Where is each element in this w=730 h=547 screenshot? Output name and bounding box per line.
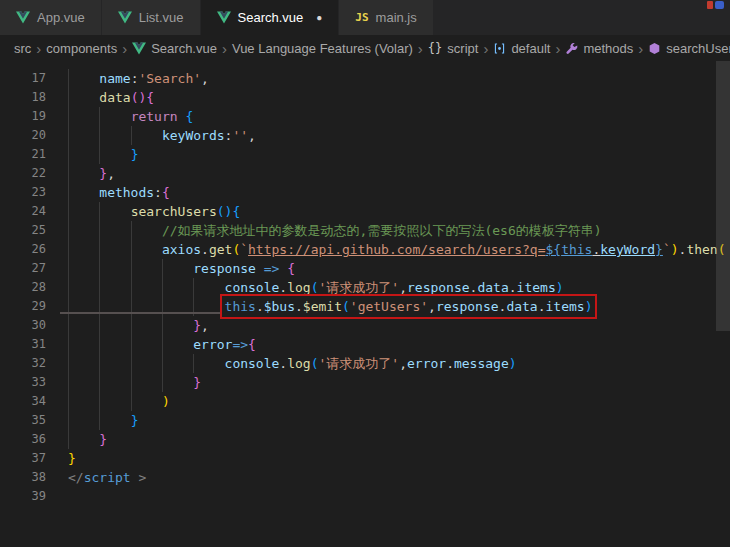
line-number[interactable]: 21 [0, 145, 46, 164]
line-number[interactable]: 17 [0, 69, 46, 88]
code-text[interactable]: console.log('请求成功了',response.data.items) [46, 278, 564, 297]
line-number[interactable]: 32 [0, 354, 46, 373]
line-number[interactable]: 28 [0, 278, 46, 297]
code-text[interactable]: } [46, 430, 107, 449]
vertical-scrollbar[interactable] [716, 61, 730, 547]
code-line-36[interactable]: 36 } [0, 430, 730, 449]
breadcrumb-item-searchusers[interactable]: searchUsers [648, 41, 730, 56]
breadcrumb-item-search-vue[interactable]: Search.vue [132, 41, 217, 56]
modified-dot[interactable]: ● [316, 12, 322, 23]
code-line-32[interactable]: 32 console.log('请求成功了',error.message) [0, 354, 730, 373]
code-line-22[interactable]: 22 }, [0, 164, 730, 183]
code-text[interactable]: ) [46, 392, 170, 411]
code-line-17[interactable]: 17 name:'Search', [0, 69, 730, 88]
code-text[interactable]: //如果请求地址中的参数是动态的,需要按照以下的写法(es6的模板字符串) [46, 221, 602, 240]
code-text[interactable]: } [46, 373, 201, 392]
chevron-right-icon: › [483, 40, 488, 57]
line-number[interactable]: 38 [0, 468, 46, 487]
braces-icon: {} [428, 41, 442, 55]
tab-search-vue[interactable]: Search.vue● [201, 0, 340, 35]
code-lines: 17 name:'Search',18 data(){19 return {20… [0, 69, 730, 506]
breadcrumb-bar: src›components›Search.vue›Vue Language F… [0, 35, 730, 61]
line-number[interactable]: 24 [0, 202, 46, 221]
line-number[interactable]: 23 [0, 183, 46, 202]
line-number[interactable]: 36 [0, 430, 46, 449]
code-text[interactable]: error=>{ [46, 335, 256, 354]
breadcrumb-item-vue-language-features-volar[interactable]: Vue Language Features (Volar) [232, 41, 413, 56]
breadcrumb-label: methods [583, 41, 633, 56]
code-line-33[interactable]: 33 } [0, 373, 730, 392]
code-line-35[interactable]: 35 } [0, 411, 730, 430]
tab-app-vue[interactable]: App.vue [0, 0, 102, 35]
chevron-right-icon: › [418, 40, 423, 57]
chevron-right-icon: › [638, 40, 643, 57]
code-text[interactable]: console.log('请求成功了',error.message) [46, 354, 517, 373]
line-number[interactable]: 39 [0, 487, 46, 506]
code-line-39[interactable]: 39 [0, 487, 730, 506]
code-text[interactable]: axios.get(`https://api.github.com/search… [46, 240, 726, 259]
breadcrumb-item-default[interactable]: default [493, 41, 550, 56]
code-text[interactable]: } [46, 411, 138, 430]
code-line-18[interactable]: 18 data(){ [0, 88, 730, 107]
vue-file-icon [217, 11, 231, 24]
line-number[interactable]: 35 [0, 411, 46, 430]
chevron-right-icon: › [36, 40, 41, 57]
code-text[interactable]: data(){ [46, 88, 154, 107]
line-number[interactable]: 25 [0, 221, 46, 240]
vue-icon [132, 42, 146, 55]
code-line-38[interactable]: 38</script > [0, 468, 730, 487]
code-line-21[interactable]: 21 } [0, 145, 730, 164]
code-line-34[interactable]: 34 ) [0, 392, 730, 411]
code-text[interactable]: </script > [46, 468, 146, 487]
breadcrumb-item-components[interactable]: components [46, 41, 117, 56]
code-editor[interactable]: 17 name:'Search',18 data(){19 return {20… [0, 61, 730, 547]
breadcrumb-item-methods[interactable]: methods [565, 41, 633, 56]
code-line-28[interactable]: 28 console.log('请求成功了',response.data.ite… [0, 278, 730, 297]
code-text[interactable] [46, 487, 68, 506]
annotation-connector-line [60, 312, 220, 314]
code-text[interactable]: name:'Search', [46, 69, 209, 88]
code-line-37[interactable]: 37} [0, 449, 730, 468]
code-text[interactable]: methods:{ [46, 183, 170, 202]
code-text[interactable]: keyWords:'', [46, 126, 256, 145]
line-number[interactable]: 22 [0, 164, 46, 183]
line-number[interactable]: 18 [0, 88, 46, 107]
tab-label: List.vue [139, 0, 184, 35]
line-number[interactable]: 29 [0, 297, 46, 316]
breadcrumb-item-src[interactable]: src [14, 41, 31, 56]
line-number[interactable]: 33 [0, 373, 46, 392]
scrollbar-thumb[interactable] [716, 61, 730, 331]
code-line-26[interactable]: 26 axios.get(`https://api.github.com/sea… [0, 240, 730, 259]
code-text[interactable]: }, [46, 316, 209, 335]
breadcrumb-label: searchUsers [666, 41, 730, 56]
code-text[interactable]: } [46, 449, 76, 468]
line-number[interactable]: 19 [0, 107, 46, 126]
chevron-right-icon: › [555, 40, 560, 57]
line-number[interactable]: 37 [0, 449, 46, 468]
code-line-20[interactable]: 20 keyWords:'', [0, 126, 730, 145]
line-number[interactable]: 31 [0, 335, 46, 354]
code-text[interactable]: } [46, 145, 138, 164]
code-line-31[interactable]: 31 error=>{ [0, 335, 730, 354]
code-text[interactable]: return { [46, 107, 193, 126]
code-line-27[interactable]: 27 response => { [0, 259, 730, 278]
code-line-30[interactable]: 30 }, [0, 316, 730, 335]
code-line-19[interactable]: 19 return { [0, 107, 730, 126]
code-line-24[interactable]: 24 searchUsers(){ [0, 202, 730, 221]
line-number[interactable]: 26 [0, 240, 46, 259]
code-line-25[interactable]: 25 //如果请求地址中的参数是动态的,需要按照以下的写法(es6的模板字符串) [0, 221, 730, 240]
code-text[interactable]: response => { [46, 259, 295, 278]
breadcrumb-label: default [511, 41, 550, 56]
breadcrumb-label: Search.vue [151, 41, 217, 56]
code-text[interactable]: }, [46, 164, 115, 183]
tab-list-vue[interactable]: List.vue [102, 0, 201, 35]
code-text[interactable]: searchUsers(){ [46, 202, 240, 221]
tab-main-js[interactable]: JSmain.js [339, 0, 433, 35]
breadcrumb-item-script[interactable]: {}script [428, 41, 479, 56]
line-number[interactable]: 34 [0, 392, 46, 411]
line-number[interactable]: 30 [0, 316, 46, 335]
line-number[interactable]: 20 [0, 126, 46, 145]
code-line-23[interactable]: 23 methods:{ [0, 183, 730, 202]
red-badge-icon [707, 1, 713, 9]
line-number[interactable]: 27 [0, 259, 46, 278]
